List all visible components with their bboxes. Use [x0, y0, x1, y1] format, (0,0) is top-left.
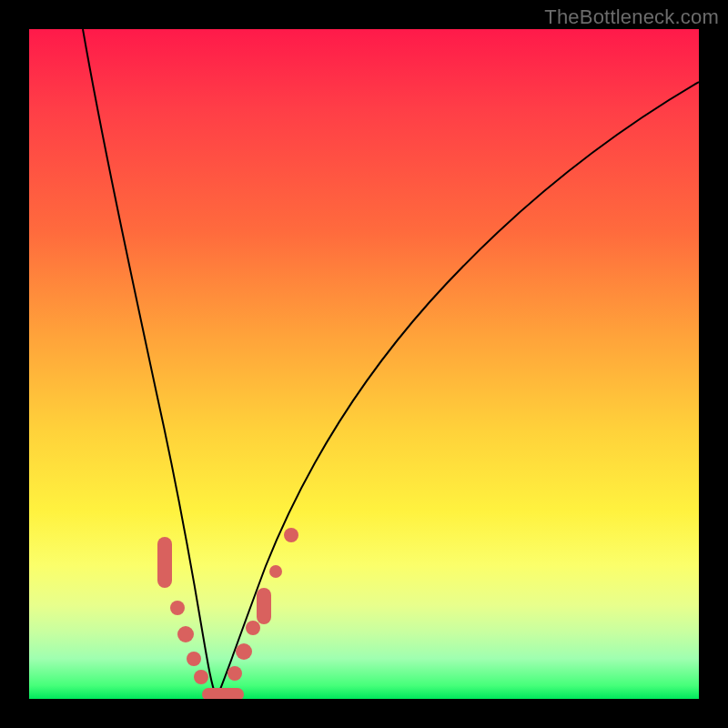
- marker-cluster-trough: [202, 688, 244, 699]
- marker-dot: [269, 565, 282, 578]
- marker-dot: [228, 666, 242, 681]
- marker-cluster-left-upper: [157, 537, 172, 588]
- marker-dot: [236, 643, 252, 660]
- curve-right-branch: [217, 82, 699, 698]
- marker-dot: [187, 652, 201, 666]
- marker-dot: [170, 601, 185, 615]
- marker-dot: [284, 528, 298, 542]
- plot-area: [29, 29, 699, 699]
- curve-left-branch: [83, 29, 217, 698]
- marker-cluster-right-mid: [257, 588, 271, 624]
- chart-frame: TheBottleneck.com: [0, 0, 728, 728]
- curves-svg: [29, 29, 699, 699]
- marker-dot: [194, 670, 208, 684]
- marker-dot: [246, 621, 260, 635]
- marker-dot: [177, 626, 194, 642]
- watermark-text: TheBottleneck.com: [544, 5, 719, 29]
